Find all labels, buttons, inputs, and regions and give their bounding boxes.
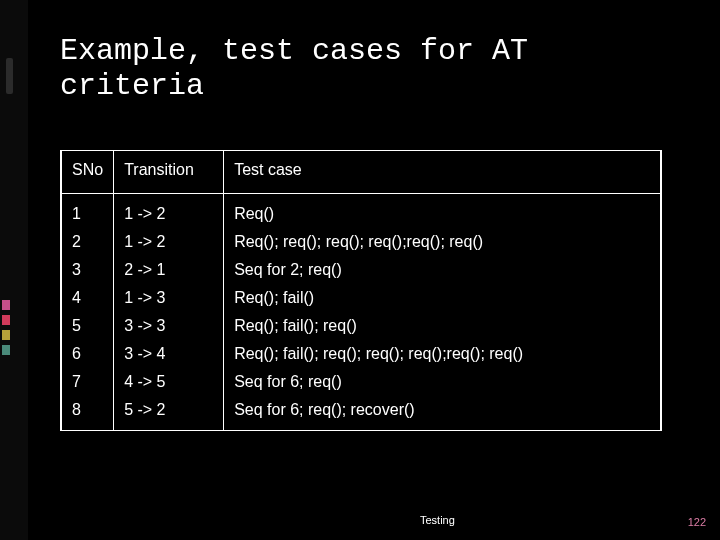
table-row: 32 -> 1Seq for 2; req() <box>62 256 661 284</box>
cell-transition: 3 -> 3 <box>114 312 224 340</box>
cell-transition: 1 -> 2 <box>114 228 224 256</box>
col-header-sno: SNo <box>62 151 114 194</box>
table-row: 85 -> 2Seq for 6; req(); recover() <box>62 396 661 430</box>
cell-sno: 4 <box>62 284 114 312</box>
table-row: 11 -> 2Req() <box>62 194 661 229</box>
cell-transition: 2 -> 1 <box>114 256 224 284</box>
table-row: 53 -> 3Req(); fail(); req() <box>62 312 661 340</box>
cell-testcase: Seq for 6; req() <box>224 368 661 396</box>
cell-sno: 6 <box>62 340 114 368</box>
cell-sno: 5 <box>62 312 114 340</box>
cell-transition: 1 -> 3 <box>114 284 224 312</box>
table-header-row: SNo Transition Test case <box>62 151 661 194</box>
cell-transition: 1 -> 2 <box>114 194 224 229</box>
cell-testcase: Req() <box>224 194 661 229</box>
table-row: 21 -> 2Req(); req(); req(); req();req();… <box>62 228 661 256</box>
cell-transition: 4 -> 5 <box>114 368 224 396</box>
test-cases-table: SNo Transition Test case 11 -> 2Req()21 … <box>60 150 662 431</box>
left-accent-bar <box>0 0 28 540</box>
cell-sno: 7 <box>62 368 114 396</box>
cell-sno: 2 <box>62 228 114 256</box>
cell-transition: 3 -> 4 <box>114 340 224 368</box>
cell-sno: 8 <box>62 396 114 430</box>
cell-testcase: Req(); fail(); req(); req(); req();req()… <box>224 340 661 368</box>
table-row: 74 -> 5Seq for 6; req() <box>62 368 661 396</box>
footer-label: Testing <box>420 514 455 526</box>
slide: Example, test cases for AT criteria SNo … <box>0 0 720 540</box>
cell-sno: 1 <box>62 194 114 229</box>
page-title: Example, test cases for AT criteria <box>60 34 680 103</box>
col-header-testcase: Test case <box>224 151 661 194</box>
cell-testcase: Seq for 2; req() <box>224 256 661 284</box>
table-row: 41 -> 3Req(); fail() <box>62 284 661 312</box>
cell-testcase: Req(); req(); req(); req();req(); req() <box>224 228 661 256</box>
page-number: 122 <box>688 516 706 528</box>
cell-sno: 3 <box>62 256 114 284</box>
cell-transition: 5 -> 2 <box>114 396 224 430</box>
cell-testcase: Req(); fail(); req() <box>224 312 661 340</box>
cell-testcase: Req(); fail() <box>224 284 661 312</box>
cell-testcase: Seq for 6; req(); recover() <box>224 396 661 430</box>
side-color-bars <box>2 300 10 370</box>
col-header-transition: Transition <box>114 151 224 194</box>
table-row: 63 -> 4Req(); fail(); req(); req(); req(… <box>62 340 661 368</box>
